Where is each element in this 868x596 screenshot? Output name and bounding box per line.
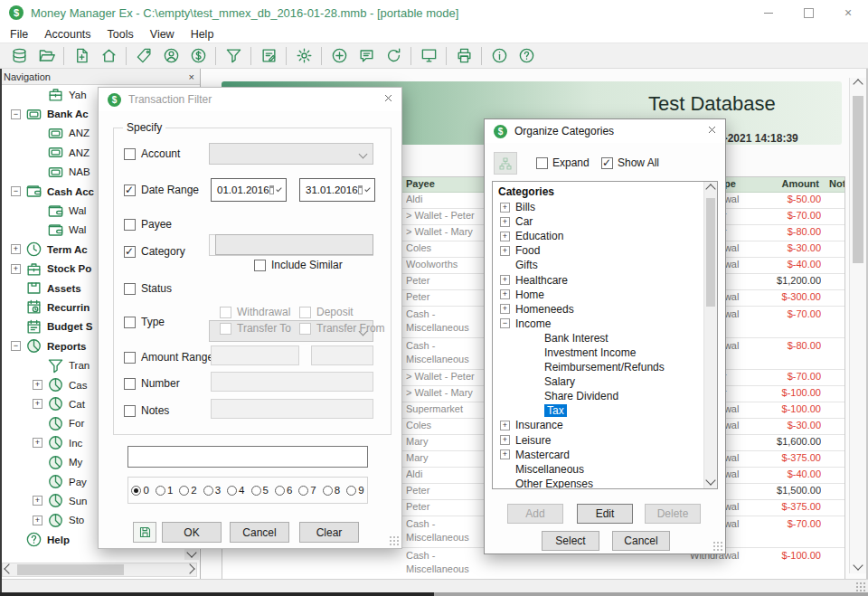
toolbar-button[interactable] [326, 44, 353, 68]
scroll-up-icon[interactable] [853, 79, 863, 89]
minimize-button[interactable] [749, 0, 788, 25]
dialog-close-button[interactable] [374, 93, 401, 106]
scroll-down-icon[interactable] [705, 475, 715, 485]
toolbar-button[interactable] [184, 44, 212, 68]
tree-expander-icon[interactable] [500, 275, 510, 285]
relocate-category-button[interactable] [494, 152, 517, 175]
category-tree-item[interactable]: Bills [496, 200, 703, 214]
toolbar-button[interactable] [95, 44, 122, 68]
toolbar-button[interactable] [290, 44, 317, 68]
toolbar-button[interactable] [157, 44, 184, 68]
notes-field[interactable] [211, 399, 373, 419]
tree-expander-icon[interactable] [33, 516, 42, 525]
tree-expander-icon[interactable] [500, 304, 510, 314]
category-tree-item[interactable]: Leisure [496, 433, 703, 448]
toolbar-button[interactable] [215, 47, 216, 65]
vscroll-thumb[interactable] [853, 96, 863, 263]
category-tree-item[interactable]: Income [496, 317, 703, 331]
toolbar-button[interactable] [321, 47, 322, 65]
category-tree-item[interactable]: Education [496, 229, 703, 243]
menu-item[interactable]: View [142, 28, 183, 41]
navigation-close-icon[interactable]: × [189, 71, 200, 82]
menu-item[interactable]: Tools [99, 28, 142, 41]
nav-horizontal-scrollbar[interactable] [2, 563, 197, 577]
toolbar-button[interactable] [446, 47, 447, 65]
category-tree-item[interactable]: Gifts [496, 258, 703, 272]
tree-expander-icon[interactable] [11, 186, 21, 196]
preset-slot-radio[interactable]: 5 [251, 485, 269, 496]
date-range-checkbox[interactable]: Date Range [124, 184, 199, 196]
tree-expander-icon[interactable] [11, 244, 21, 254]
category-tree-item[interactable]: Healthcare [496, 272, 703, 287]
toolbar-button[interactable] [286, 47, 287, 65]
cancel-button[interactable]: Cancel [612, 531, 670, 551]
toolbar-button[interactable] [380, 44, 407, 68]
toolbar-button[interactable] [33, 44, 60, 68]
toolbar-button[interactable] [410, 47, 411, 65]
type-withdrawal-checkbox[interactable]: Withdrawal [220, 306, 290, 318]
type-checkbox[interactable]: Type [124, 316, 165, 328]
category-tree-item[interactable]: Food [496, 243, 703, 258]
calendar-icon[interactable] [358, 185, 363, 194]
close-button[interactable]: × [828, 0, 868, 25]
tree-expander-icon[interactable] [33, 399, 42, 409]
type-deposit-checkbox[interactable]: Deposit [299, 306, 354, 318]
clear-button[interactable]: Clear [299, 522, 359, 543]
preset-slot-radio[interactable]: 9 [346, 485, 363, 496]
tree-expander-icon[interactable] [500, 449, 510, 459]
type-transfer-to-checkbox[interactable]: Transfer To [220, 322, 291, 335]
status-checkbox[interactable]: Status [124, 282, 172, 295]
category-tree-item[interactable]: Tax [496, 403, 703, 418]
preset-slot-radio[interactable]: 8 [323, 485, 340, 496]
number-checkbox[interactable]: Number [124, 377, 180, 390]
tree-expander-icon[interactable] [33, 438, 42, 448]
toolbar-button[interactable] [63, 47, 64, 65]
nav-hscroll-thumb[interactable] [17, 564, 124, 575]
account-select[interactable] [209, 143, 373, 165]
expand-checkbox[interactable]: Expand [536, 156, 590, 169]
delete-button[interactable]: Delete [645, 504, 701, 524]
preset-slot-radio[interactable]: 6 [275, 485, 292, 496]
tree-expander-icon[interactable] [11, 109, 21, 119]
tree-expander-icon[interactable] [500, 232, 510, 241]
type-transfer-from-checkbox[interactable]: Transfer From [299, 322, 385, 335]
scroll-right-icon[interactable] [184, 563, 196, 576]
category-tree-item[interactable]: Bank Interest [496, 331, 703, 345]
category-tree-item[interactable]: Share Dividend [496, 389, 703, 403]
toolbar-button[interactable] [353, 44, 380, 68]
toolbar-button[interactable] [450, 44, 477, 68]
select-button[interactable]: Select [542, 531, 599, 551]
payee-checkbox[interactable]: Payee [124, 218, 172, 231]
main-vertical-scrollbar[interactable] [849, 78, 866, 573]
dialog-resize-grip[interactable] [389, 535, 399, 545]
category-tree-item[interactable]: Salary [496, 374, 703, 389]
chevron-down-icon[interactable] [276, 186, 281, 192]
category-tree-item[interactable]: Miscellaneous [496, 462, 703, 477]
toolbar-button[interactable] [5, 44, 33, 68]
menu-item[interactable]: File [2, 28, 36, 41]
date-from-field[interactable]: 01.01.2016 [211, 178, 287, 202]
tree-expander-icon[interactable] [500, 246, 510, 256]
toolbar-button[interactable] [481, 47, 482, 65]
toolbar-button[interactable] [250, 47, 251, 65]
date-to-field[interactable]: 31.01.2016 [299, 178, 375, 202]
ok-button[interactable]: OK [162, 522, 222, 543]
col-header-amount[interactable]: Amount [722, 178, 819, 189]
preset-slot-radio[interactable]: 2 [179, 485, 196, 496]
resize-grip[interactable] [855, 582, 866, 591]
save-preset-button[interactable] [133, 522, 156, 543]
tree-expander-icon[interactable] [500, 217, 510, 227]
account-checkbox[interactable]: Account [124, 147, 180, 160]
tree-expander-icon[interactable] [500, 203, 510, 213]
tree-expander-icon[interactable] [500, 421, 510, 430]
toolbar-button[interactable] [130, 44, 157, 68]
tree-expander-icon[interactable] [11, 264, 21, 274]
scroll-left-icon[interactable] [3, 563, 15, 576]
dialog-title-bar[interactable]: $ Organize Categories [485, 119, 725, 143]
tree-expander-icon[interactable] [33, 380, 42, 390]
toolbar-button[interactable] [255, 44, 282, 68]
dialog-resize-grip[interactable] [712, 541, 722, 551]
category-tree-item[interactable]: Reimbursement/Refunds [496, 360, 703, 374]
preset-slot-radio[interactable]: 1 [156, 485, 173, 496]
notes-checkbox[interactable]: Notes [124, 404, 169, 417]
